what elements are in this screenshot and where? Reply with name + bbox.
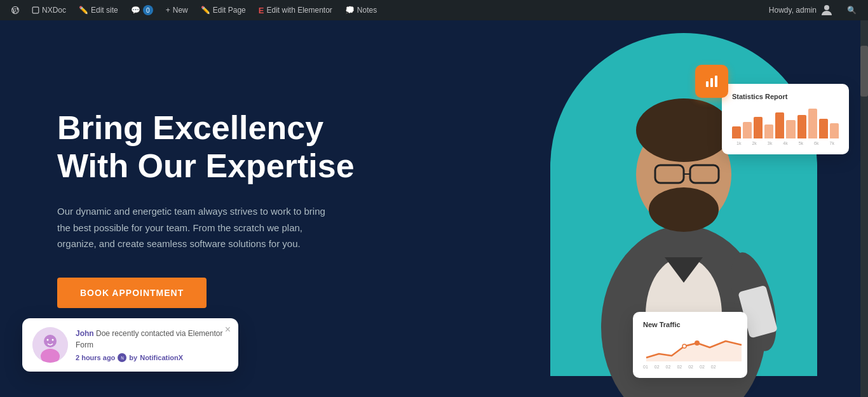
tl-5: 02 bbox=[688, 365, 693, 369]
svg-point-1 bbox=[824, 5, 829, 10]
stats-label-2: 2k bbox=[747, 141, 761, 145]
hero-content: Bring Excellency With Our Expertise Our … bbox=[0, 109, 381, 307]
bar-3 bbox=[754, 117, 763, 138]
notes-label: Notes bbox=[357, 6, 377, 15]
stats-axis-labels: 1k 2k 3k 4k 5k 6k 7k bbox=[732, 141, 839, 145]
comment-count: 0 bbox=[143, 5, 153, 15]
new-item[interactable]: + New bbox=[161, 0, 193, 20]
notification-text: John Doe recently contacted via Elemento… bbox=[76, 328, 228, 351]
edit-icon: ✏️ bbox=[201, 6, 210, 15]
svg-rect-14 bbox=[706, 81, 709, 87]
stats-title: Statistics Report bbox=[732, 93, 839, 100]
notif-brand: NotificationX bbox=[140, 354, 183, 361]
notif-brand-icon: N bbox=[118, 353, 126, 362]
notification-meta: 2 hours ago N by NotificationX bbox=[76, 353, 228, 362]
comments-item[interactable]: 💬 0 bbox=[126, 0, 158, 20]
svg-marker-17 bbox=[646, 341, 742, 361]
notification-content: John Doe recently contacted via Elemento… bbox=[76, 328, 228, 362]
search-icon: 🔍 bbox=[847, 6, 857, 15]
notes-icon: 💭 bbox=[345, 6, 355, 15]
stats-bars bbox=[732, 107, 839, 138]
stats-label-7: 7k bbox=[825, 141, 839, 145]
traffic-axis: 01 02 02 02 02 02 02 bbox=[643, 365, 737, 369]
svg-point-23 bbox=[47, 339, 49, 341]
edit-page-item[interactable]: ✏️ Edit Page bbox=[196, 0, 251, 20]
howdy-label: Howdy, admin bbox=[769, 6, 817, 15]
new-label: New bbox=[173, 6, 188, 15]
notification-popup: John Doe recently contacted via Elemento… bbox=[22, 318, 238, 372]
svg-point-5 bbox=[636, 98, 731, 162]
bar-8 bbox=[808, 109, 817, 139]
scrollbar-thumb[interactable] bbox=[860, 46, 868, 97]
site-name[interactable]: NXDoc bbox=[27, 0, 71, 20]
traffic-chart bbox=[643, 333, 737, 362]
tl-1: 01 bbox=[643, 365, 648, 369]
notification-avatar bbox=[32, 327, 68, 363]
elementor-item[interactable]: E Edit with Elementor bbox=[254, 0, 337, 20]
notif-by: by bbox=[129, 354, 137, 361]
traffic-title: New Traffic bbox=[643, 321, 737, 328]
search-item[interactable]: 🔍 bbox=[842, 0, 862, 20]
chart-icon-badge bbox=[695, 65, 728, 98]
tl-7: 02 bbox=[711, 365, 716, 369]
tl-2: 02 bbox=[654, 365, 660, 369]
admin-bar: NXDoc ✏️ Edit site 💬 0 + New ✏️ Edit Pag… bbox=[0, 0, 868, 20]
stats-label-4: 4k bbox=[778, 141, 792, 145]
traffic-card: New Traffic 01 02 02 02 02 02 02 bbox=[633, 312, 747, 378]
bar-1 bbox=[732, 126, 741, 138]
edit-site-item[interactable]: ✏️ Edit site bbox=[74, 0, 123, 20]
stats-label-1: 1k bbox=[732, 141, 745, 145]
stats-label-6: 6k bbox=[810, 141, 823, 145]
pencil-icon: ✏️ bbox=[79, 6, 88, 15]
elementor-label: Edit with Elementor bbox=[266, 6, 332, 15]
admin-bar-right: Howdy, admin 🔍 bbox=[764, 0, 862, 20]
hero-section: Statistics Report 1k 2k 3k 4k 5k 6k 7k N… bbox=[0, 20, 868, 397]
tl-3: 02 bbox=[666, 365, 671, 369]
svg-point-18 bbox=[695, 340, 700, 346]
site-name-label: NXDoc bbox=[42, 6, 66, 15]
book-appointment-button[interactable]: BOOK APPOINTMENT bbox=[57, 278, 207, 308]
svg-point-19 bbox=[682, 344, 686, 348]
tl-6: 02 bbox=[700, 365, 705, 369]
svg-rect-15 bbox=[710, 78, 713, 87]
bar-9 bbox=[819, 119, 828, 138]
svg-point-21 bbox=[44, 335, 57, 347]
wp-logo[interactable] bbox=[6, 1, 24, 19]
stats-label-3: 3k bbox=[763, 141, 776, 145]
elementor-icon: E bbox=[259, 6, 264, 15]
close-notification-button[interactable]: × bbox=[225, 325, 231, 335]
plus-icon: + bbox=[166, 6, 170, 15]
svg-point-24 bbox=[52, 339, 54, 341]
bar-5 bbox=[775, 112, 784, 138]
svg-point-6 bbox=[649, 187, 719, 232]
notif-name: John bbox=[76, 329, 94, 338]
bar-4 bbox=[764, 124, 773, 138]
edit-page-label: Edit Page bbox=[213, 6, 246, 15]
svg-rect-16 bbox=[715, 76, 717, 87]
svg-rect-0 bbox=[32, 7, 39, 13]
scrollbar[interactable] bbox=[860, 20, 868, 397]
svg-text:N: N bbox=[121, 355, 124, 360]
bar-10 bbox=[830, 123, 839, 138]
bar-6 bbox=[786, 120, 795, 138]
stats-label-5: 5k bbox=[794, 141, 808, 145]
notif-time: 2 hours ago bbox=[76, 354, 115, 361]
howdy-item[interactable]: Howdy, admin bbox=[764, 0, 839, 20]
statistics-card: Statistics Report 1k 2k 3k 4k 5k 6k 7k bbox=[722, 84, 849, 154]
hero-title: Bring Excellency With Our Expertise bbox=[57, 109, 381, 185]
bar-7 bbox=[797, 115, 806, 138]
bar-2 bbox=[743, 122, 752, 138]
tl-4: 02 bbox=[677, 365, 682, 369]
comment-icon: 💬 bbox=[131, 6, 140, 15]
edit-site-label: Edit site bbox=[91, 6, 118, 15]
hero-description: Our dynamic and energetic team always st… bbox=[57, 203, 330, 252]
notif-body: Doe recently contacted via Elementor For… bbox=[76, 329, 222, 349]
notes-item[interactable]: 💭 Notes bbox=[340, 0, 382, 20]
